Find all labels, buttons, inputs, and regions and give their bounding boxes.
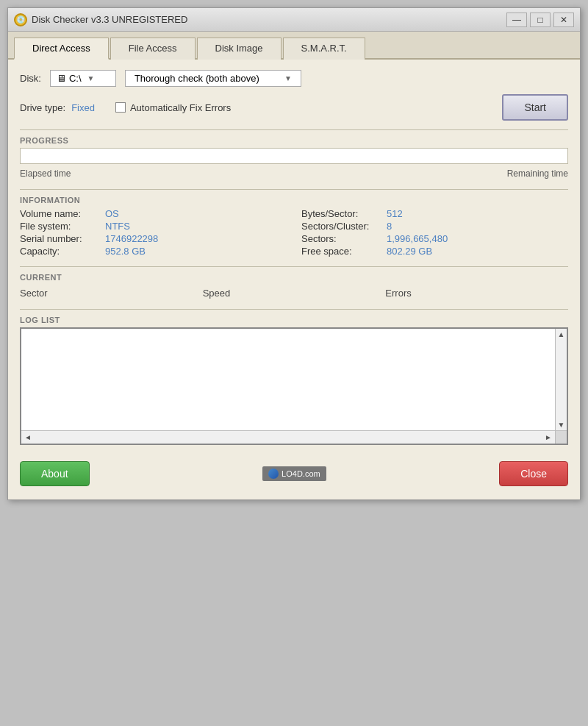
info-row-filesystem: File system: NTFS	[20, 220, 287, 232]
about-button[interactable]: About	[20, 461, 90, 486]
file-system-label: File system:	[20, 221, 101, 232]
tab-smart[interactable]: S.M.A.R.T.	[283, 38, 365, 60]
drive-type-row: Drive type: Fixed Automatically Fix Erro…	[20, 94, 568, 121]
current-title: CURRENT	[20, 273, 568, 282]
info-row-capacity: Capacity: 952.8 GB	[20, 245, 287, 257]
tab-bar: Direct Access File Access Disk Image S.M…	[8, 32, 580, 60]
title-bar-left: 💿 Disk Checker v3.3 UNREGISTERED	[14, 13, 187, 26]
auto-fix-checkbox[interactable]	[115, 102, 126, 113]
sectors-label: Sectors:	[301, 233, 382, 244]
progress-section: PROGRESS Elapsed time Remaining time	[20, 136, 568, 180]
sectors-value: 1,996,665,480	[387, 233, 448, 244]
info-row-serial: Serial number: 1746922298	[20, 232, 287, 245]
log-title: LOG LIST	[20, 316, 568, 324]
tab-disk-image[interactable]: Disk Image	[197, 38, 282, 60]
check-type-dropdown[interactable]: Thorough check (both above) ▼	[125, 70, 301, 87]
divider-4	[20, 309, 568, 310]
bytes-sector-label: Bytes/Sector:	[301, 208, 382, 219]
maximize-button[interactable]: □	[530, 13, 551, 27]
info-row-freespace: Free space: 802.29 GB	[301, 245, 568, 257]
close-window-button[interactable]: ✕	[553, 13, 574, 27]
disk-value: C:\	[69, 73, 82, 84]
scroll-left-arrow[interactable]: ◄	[21, 432, 35, 443]
title-bar: 💿 Disk Checker v3.3 UNREGISTERED — □ ✕	[8, 8, 580, 32]
current-speed-label: Speed	[203, 288, 386, 299]
info-row-bytes: Bytes/Sector: 512	[301, 207, 568, 220]
disk-dropdown[interactable]: 🖥 C:\ ▼	[50, 70, 116, 87]
log-box[interactable]: ▲ ▼ ◄ ►	[20, 327, 568, 445]
scroll-corner	[555, 430, 567, 444]
main-window: 💿 Disk Checker v3.3 UNREGISTERED — □ ✕ D…	[7, 7, 581, 500]
info-col-left: Volume name: OS File system: NTFS Serial…	[20, 207, 287, 257]
scroll-up-arrow[interactable]: ▲	[556, 329, 567, 340]
sectors-cluster-value: 8	[387, 221, 392, 232]
progress-bar-container	[20, 148, 568, 164]
information-title: INFORMATION	[20, 196, 568, 204]
current-sector-label: Sector	[20, 288, 203, 299]
file-system-value: NTFS	[105, 221, 130, 232]
sectors-cluster-label: Sectors/Cluster:	[301, 221, 382, 232]
scroll-right-arrow[interactable]: ►	[542, 432, 555, 443]
start-button[interactable]: Start	[502, 94, 568, 121]
progress-title: PROGRESS	[20, 136, 568, 145]
log-scrollbar-horizontal[interactable]: ◄ ►	[21, 430, 555, 444]
information-section: INFORMATION Volume name: OS File system:…	[20, 196, 568, 257]
divider-3	[20, 266, 568, 267]
volume-name-label: Volume name:	[20, 208, 101, 219]
info-col-right: Bytes/Sector: 512 Sectors/Cluster: 8 Sec…	[301, 207, 568, 257]
title-controls: — □ ✕	[506, 13, 574, 27]
serial-number-label: Serial number:	[20, 233, 101, 244]
log-section: LOG LIST ▲ ▼ ◄ ►	[20, 316, 568, 445]
elapsed-time-label: Elapsed time	[20, 168, 71, 179]
close-button[interactable]: Close	[499, 461, 568, 486]
disk-row: Disk: 🖥 C:\ ▼ Thorough check (both above…	[20, 70, 568, 87]
lo4d-badge: LO4D.com	[262, 466, 326, 481]
serial-number-value: 1746922298	[105, 233, 158, 244]
lo4d-text: LO4D.com	[282, 469, 320, 478]
log-scrollbar-vertical[interactable]: ▲ ▼	[555, 329, 567, 430]
info-row-sectors: Sectors: 1,996,665,480	[301, 232, 568, 245]
divider-2	[20, 189, 568, 190]
info-row-volume: Volume name: OS	[20, 207, 287, 220]
volume-name-value: OS	[105, 208, 119, 219]
minimize-button[interactable]: —	[506, 13, 527, 27]
drive-type-label: Drive type:	[20, 102, 65, 113]
window-title: Disk Checker v3.3 UNREGISTERED	[32, 14, 187, 25]
divider-1	[20, 129, 568, 130]
auto-fix-container: Automatically Fix Errors	[115, 102, 231, 113]
check-type-value: Thorough check (both above)	[135, 73, 259, 84]
footer: About LO4D.com Close	[20, 455, 568, 489]
capacity-label: Capacity:	[20, 246, 101, 257]
bytes-sector-value: 512	[387, 208, 403, 219]
auto-fix-label: Automatically Fix Errors	[130, 102, 231, 113]
current-errors-label: Errors	[385, 288, 568, 299]
progress-labels: Elapsed time Remaining time	[20, 167, 568, 180]
lo4d-globe-icon	[268, 469, 279, 479]
capacity-value: 952.8 GB	[105, 246, 146, 257]
app-icon: 💿	[14, 13, 27, 26]
content-area: Disk: 🖥 C:\ ▼ Thorough check (both above…	[8, 60, 580, 499]
disk-label: Disk:	[20, 73, 41, 84]
disk-dropdown-arrow: ▼	[87, 74, 95, 82]
info-grid: Volume name: OS File system: NTFS Serial…	[20, 207, 568, 257]
scroll-down-arrow[interactable]: ▼	[556, 419, 567, 430]
remaining-time-label: Remaining time	[507, 168, 568, 179]
check-type-arrow: ▼	[284, 74, 292, 82]
current-cols: Sector Speed Errors	[20, 285, 568, 302]
tab-file-access[interactable]: File Access	[110, 38, 196, 60]
free-space-label: Free space:	[301, 246, 382, 257]
disk-icon: 🖥	[57, 73, 66, 84]
info-row-sectors-cluster: Sectors/Cluster: 8	[301, 220, 568, 232]
current-section: CURRENT Sector Speed Errors	[20, 273, 568, 302]
drive-type-value: Fixed	[71, 102, 95, 113]
tab-direct-access[interactable]: Direct Access	[14, 38, 109, 60]
free-space-value: 802.29 GB	[387, 246, 432, 257]
